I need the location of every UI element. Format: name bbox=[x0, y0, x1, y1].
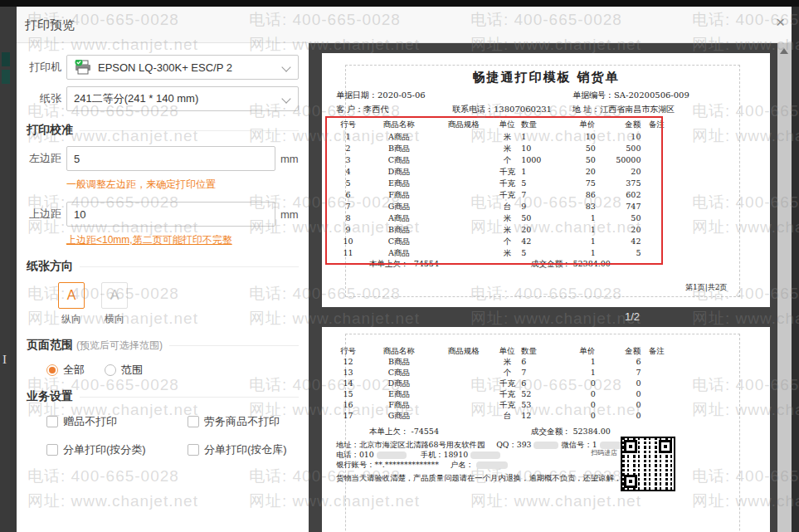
radio-label: 范围 bbox=[121, 363, 143, 378]
chevron-down-icon bbox=[281, 94, 290, 103]
orientation-a-glyph: A bbox=[101, 282, 128, 309]
table-cell bbox=[434, 378, 494, 388]
seller-bank-line: 银行账号：**.**************户名： bbox=[336, 460, 510, 471]
scroll-up-icon[interactable] bbox=[780, 48, 788, 54]
checkbox-label: 分单打印(按分类) bbox=[63, 442, 146, 457]
table-cell bbox=[641, 367, 664, 378]
table-cell: 个 bbox=[494, 367, 521, 378]
info-text: 地址：北京市海淀区北清路68号用友软件园 bbox=[336, 440, 485, 449]
printer-label: 打印机 bbox=[27, 60, 61, 75]
table-cell: 6 bbox=[521, 356, 555, 367]
table-cell bbox=[434, 367, 494, 378]
business-checkbox-0[interactable]: 赠品不打印 bbox=[46, 414, 188, 429]
table-cell bbox=[641, 356, 664, 367]
table-cell bbox=[641, 399, 664, 410]
printer-select[interactable]: EPSON LQ-300K+ ESC/P 2 bbox=[66, 55, 299, 80]
table-row: 17G商品台1200 bbox=[332, 410, 664, 421]
orientation-option-portrait[interactable]: A纵向 bbox=[58, 282, 85, 326]
divider bbox=[80, 397, 299, 398]
table-cell: 12 bbox=[521, 410, 555, 421]
paper-select[interactable]: 241二等分(241 * 140 mm) bbox=[66, 86, 299, 111]
table-cell: 0 bbox=[555, 399, 596, 410]
business-checkbox-1[interactable]: 劳务商品不打印 bbox=[188, 414, 329, 429]
section-page-range: 页面范围 (预览后可选择范围) bbox=[27, 338, 299, 353]
checkbox-icon bbox=[188, 444, 199, 456]
table-cell bbox=[434, 356, 494, 367]
left-margin-input[interactable]: 5 bbox=[66, 146, 275, 171]
page-range-options: 全部范围 bbox=[46, 363, 299, 378]
orientation-options: A纵向A横向 bbox=[58, 282, 299, 326]
orientation-label: 横向 bbox=[105, 312, 124, 326]
radio-icon bbox=[105, 364, 116, 376]
items-table-page2: 行号商品名称商品规格单位数量单价金额备注12B商品米61613C商品个71714… bbox=[332, 345, 664, 421]
page-range-radio-all[interactable]: 全部 bbox=[46, 363, 85, 378]
page-range-radio-range[interactable]: 范围 bbox=[105, 363, 143, 378]
section-orientation: 纸张方向 bbox=[27, 259, 299, 274]
highlight-red-box bbox=[325, 116, 663, 265]
business-checkbox-3[interactable]: 分单打印(按仓库) bbox=[188, 442, 329, 457]
checkbox-label: 分单打印(按仓库) bbox=[204, 442, 287, 457]
section-page-range-title: 页面范围 bbox=[27, 338, 73, 353]
divider bbox=[80, 266, 299, 267]
business-checkbox-2[interactable]: 分单打印(按分类) bbox=[46, 442, 188, 457]
checkbox-icon bbox=[46, 444, 58, 456]
checkbox-label: 赠品不打印 bbox=[63, 414, 117, 429]
print-settings-panel: 打印机 EPSON LQ-300K+ ESC/P 2 bbox=[17, 43, 309, 532]
preview-scrollbar[interactable] bbox=[777, 43, 792, 532]
top-margin-input[interactable]: 10 bbox=[66, 202, 275, 227]
table-cell: 千克 bbox=[494, 378, 521, 388]
redacted-blur bbox=[533, 442, 558, 449]
table-cell: F商品 bbox=[364, 399, 434, 410]
page-indicator: 1/2 bbox=[620, 310, 645, 323]
qr-finder bbox=[659, 440, 672, 453]
top-margin-unit: mm bbox=[280, 208, 299, 221]
table-cell: 12 bbox=[332, 356, 364, 367]
table-cell: 米 bbox=[494, 356, 521, 367]
table-cell: D商品 bbox=[364, 378, 434, 388]
table-cell: 52 bbox=[521, 388, 555, 399]
top-margin-row: 上边距 10 mm bbox=[27, 202, 299, 227]
info-text: 手机：18910 bbox=[421, 450, 468, 459]
divider bbox=[80, 130, 299, 131]
owed-summary: 本单上欠： -74554 bbox=[369, 427, 439, 437]
table-row: 13C商品个717 bbox=[332, 367, 664, 378]
table-row: 12B商品米616 bbox=[332, 356, 664, 367]
table-cell: 53 bbox=[521, 399, 555, 410]
text-cursor-icon: I bbox=[2, 354, 7, 366]
business-checkboxes: 赠品不打印劳务商品不打印分单打印(按分类)分单打印(按仓库) bbox=[46, 414, 299, 457]
qr-code bbox=[621, 437, 675, 491]
table-cell: B商品 bbox=[364, 356, 434, 367]
table-cell: 7 bbox=[521, 367, 555, 378]
table-row: 14D商品千克600 bbox=[332, 378, 664, 388]
os-top-bar bbox=[0, 0, 799, 7]
close-icon[interactable]: × bbox=[776, 14, 785, 30]
total-summary: 成交金额： 52384.00 bbox=[531, 427, 611, 437]
table-row: 16F商品千克5300 bbox=[332, 399, 664, 410]
doc-date: 单据日期：2020-05-06 bbox=[336, 90, 426, 101]
orientation-option-landscape[interactable]: A横向 bbox=[101, 282, 128, 326]
table-cell: 0 bbox=[596, 399, 641, 410]
table-cell: 16 bbox=[332, 399, 364, 410]
table-header-cell: 单价 bbox=[555, 345, 596, 356]
paper-select-value: 241二等分(241 * 140 mm) bbox=[74, 91, 198, 106]
table-cell: 0 bbox=[555, 388, 596, 399]
checkbox-icon bbox=[188, 416, 199, 427]
info-text: 银行账号：**.************** bbox=[336, 460, 439, 469]
preview-area: 畅捷通打印模板 销货单 单据日期：2020-05-06 单据编号：SA-2020… bbox=[309, 43, 792, 532]
table-header-cell: 商品规格 bbox=[434, 345, 494, 356]
table-cell bbox=[641, 388, 664, 399]
redacted-blur bbox=[377, 451, 407, 459]
table-cell: G商品 bbox=[364, 410, 434, 421]
return-policy-note: 货物当天请验收清楚，产品质量问题请在一个月内退换，逾期概不负责，还望谅解，谢谢合… bbox=[336, 473, 660, 484]
dialog-body: 打印机 EPSON LQ-300K+ ESC/P 2 bbox=[17, 43, 792, 532]
left-margin-row: 左边距 5 mm bbox=[27, 146, 299, 171]
top-margin-label: 上边距 bbox=[27, 207, 61, 222]
table-cell: 13 bbox=[332, 367, 364, 378]
background-left-strip: I bbox=[0, 7, 17, 532]
orientation-label: 纵向 bbox=[61, 312, 81, 326]
table-cell: 台 bbox=[494, 410, 521, 421]
table-cell: 1 bbox=[555, 367, 596, 378]
dialog-title: 打印预览 bbox=[25, 17, 75, 33]
paper-label: 纸张 bbox=[27, 91, 61, 106]
table-cell: 6 bbox=[596, 356, 641, 367]
